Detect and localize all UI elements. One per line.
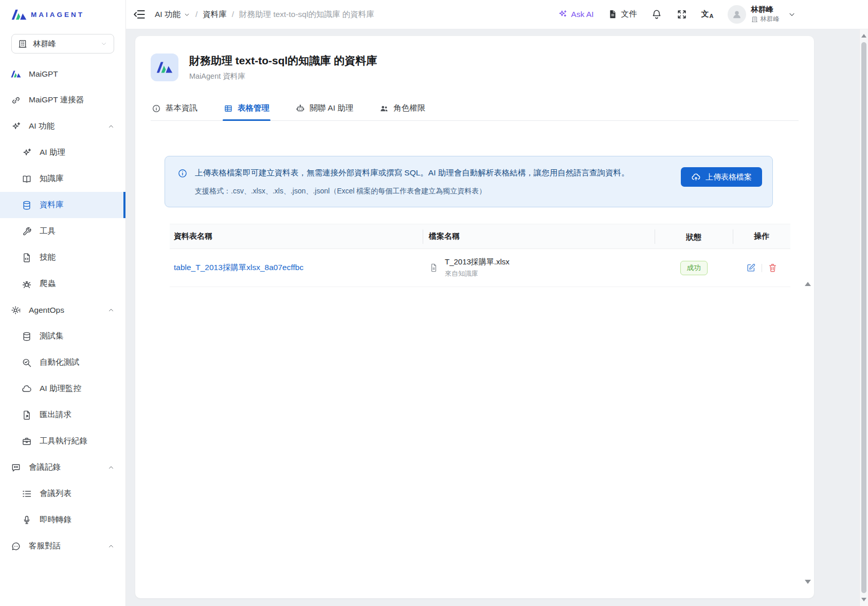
org-selector-label: 林群峰 <box>33 39 56 49</box>
table-name-link[interactable]: table_T_2013採購單xlsx_8a07ecffbc <box>174 263 303 272</box>
org-selector[interactable]: 林群峰 <box>11 34 114 54</box>
database-detail-card: 財務助理 text-to-sql的知識庫 的資料庫 MaiAgent 資料庫 基… <box>135 36 814 598</box>
sidebar-item-ai-assistant[interactable]: AI 助理 <box>0 139 125 166</box>
sparkles-icon <box>11 121 21 132</box>
sidebar-item-label: 測試集 <box>40 331 64 342</box>
sidebar-item-label: MaiGPT <box>29 69 58 79</box>
notifications-bell-icon[interactable] <box>651 9 662 20</box>
ask-ai-label: Ask AI <box>571 10 594 19</box>
table-scroll-down-arrow[interactable] <box>805 580 811 584</box>
info-icon <box>152 104 161 113</box>
sidebar-item-label: 資料庫 <box>40 200 64 210</box>
sidebar-item-test-sets[interactable]: 測試集 <box>0 323 125 349</box>
robot-icon <box>296 104 305 113</box>
user-menu[interactable]: 林群峰 林群峰 <box>728 5 797 24</box>
sidebar-item-crawler[interactable]: 爬蟲 <box>0 271 125 297</box>
page-header: 財務助理 text-to-sql的知識庫 的資料庫 MaiAgent 資料庫 <box>151 54 799 81</box>
page-title: 財務助理 text-to-sql的知識庫 的資料庫 <box>189 54 377 68</box>
sidebar-group-label: 客服對話 <box>29 541 61 551</box>
scrollbar-thumb[interactable] <box>861 42 866 593</box>
page-scrollbar[interactable] <box>859 29 868 606</box>
sidebar-item-live-transcription[interactable]: 即時轉錄 <box>0 507 125 533</box>
avatar <box>728 5 746 24</box>
breadcrumb-ai-features[interactable]: AI 功能 <box>155 9 190 20</box>
maiagent-logo-icon <box>11 9 27 21</box>
sidebar-item-skills[interactable]: 技能 <box>0 244 125 271</box>
breadcrumb-label: AI 功能 <box>155 9 180 20</box>
sidebar-item-label: 會議列表 <box>40 488 71 499</box>
wrench-icon <box>22 226 32 237</box>
sidebar-item-label: 工具 <box>40 226 56 237</box>
translate-glyph-zh: 文 <box>701 9 709 19</box>
tab-label: 角色權限 <box>393 103 425 114</box>
sidebar-item-export-requests[interactable]: 匯出請求 <box>0 402 125 428</box>
list-icon <box>22 489 32 499</box>
database-app-icon <box>151 54 178 81</box>
chat-icon <box>11 462 21 473</box>
sidebar-item-tools[interactable]: 工具 <box>0 218 125 244</box>
tab-label: 基本資訊 <box>166 103 197 114</box>
docs-button[interactable]: 文件 <box>608 9 637 20</box>
user-workspace-label: 林群峰 <box>761 15 780 24</box>
upload-button-label: 上傳表格檔案 <box>706 172 752 182</box>
sidebar-item-ai-assistant-monitoring[interactable]: AI 助理監控 <box>0 376 125 402</box>
scrollbar-up-arrow[interactable] <box>861 34 866 38</box>
sidebar-item-database[interactable]: 資料庫 <box>0 192 125 218</box>
sidebar-item-meeting-list[interactable]: 會議列表 <box>0 480 125 507</box>
sparkles-icon <box>22 148 32 158</box>
upload-table-file-button[interactable]: 上傳表格檔案 <box>681 167 762 187</box>
chevron-down-icon <box>788 10 796 19</box>
sidebar-group-label: AgentOps <box>29 306 64 315</box>
breadcrumb: AI 功能 / 資料庫 / 財務助理 text-to-sql的知識庫 的資料庫 <box>155 9 374 20</box>
fullscreen-expand-icon[interactable] <box>676 9 688 20</box>
sidebar-group-agentops[interactable]: AgentOps <box>0 297 125 323</box>
chevron-up-icon <box>107 123 115 130</box>
sidebar-item-tool-execution-logs[interactable]: 工具執行紀錄 <box>0 428 125 454</box>
sidebar-group-label: AI 功能 <box>29 121 55 132</box>
breadcrumb-label: 資料庫 <box>203 9 227 20</box>
sidebar-item-automated-testing[interactable]: 自動化測試 <box>0 349 125 376</box>
building-icon <box>751 16 758 23</box>
table-scroll-up-arrow[interactable] <box>805 282 811 286</box>
users-icon <box>379 104 389 113</box>
book-icon <box>22 174 32 184</box>
sidebar-group-ai-features[interactable]: AI 功能 <box>0 113 125 139</box>
table-header-row: 資料表名稱 檔案名稱 狀態 操作 <box>170 224 790 249</box>
tab-label: 關聯 AI 助理 <box>310 103 353 114</box>
ask-ai-button[interactable]: Ask AI <box>558 9 594 19</box>
link-icon <box>11 95 21 105</box>
sidebar-item-maigpt[interactable]: MaiGPT <box>0 61 125 87</box>
sidebar-group-customer-service[interactable]: 客服對話 <box>0 533 125 559</box>
sidebar-item-knowledge-base[interactable]: 知識庫 <box>0 166 125 192</box>
language-translate-icon[interactable]: 文 A <box>701 9 714 19</box>
breadcrumb-label: 財務助理 text-to-sql的知識庫 的資料庫 <box>239 9 374 20</box>
collapse-sidebar-icon[interactable] <box>133 8 146 21</box>
tab-basic-info[interactable]: 基本資訊 <box>151 103 198 120</box>
tab-role-permissions[interactable]: 角色權限 <box>378 103 426 120</box>
breadcrumb-database[interactable]: 資料庫 <box>203 9 227 20</box>
tables-list: 資料表名稱 檔案名稱 狀態 操作 table_T_2013採購單xlsx_8a0… <box>170 224 790 287</box>
chevron-up-icon <box>107 543 115 550</box>
edit-icon[interactable] <box>746 263 756 273</box>
breadcrumb-separator: / <box>195 10 197 19</box>
tab-linked-ai-assistants[interactable]: 關聯 AI 助理 <box>295 103 354 120</box>
upload-cloud-icon <box>691 172 701 182</box>
docs-label: 文件 <box>621 9 637 20</box>
tab-table-management[interactable]: 表格管理 <box>223 103 270 120</box>
sidebar-item-label: 匯出請求 <box>40 409 71 420</box>
sidebar-item-maigpt-connector[interactable]: MaiGPT 連接器 <box>0 87 125 113</box>
database-icon <box>22 200 32 210</box>
file-source: 來自知識庫 <box>445 269 510 278</box>
brand-logo[interactable]: MAIAGENT <box>0 0 125 29</box>
sidebar-group-meeting-records[interactable]: 會議記錄 <box>0 454 125 480</box>
scrollbar-down-arrow[interactable] <box>861 598 866 601</box>
breadcrumb-separator: / <box>232 10 234 19</box>
maiagent-logo-icon <box>156 61 173 74</box>
database-icon <box>22 331 32 342</box>
chevron-up-icon <box>107 307 115 314</box>
delete-trash-icon[interactable] <box>768 263 777 273</box>
chevron-down-icon <box>184 11 190 18</box>
table-row: table_T_2013採購單xlsx_8a07ecffbc T_2013採購單… <box>170 249 790 287</box>
user-name: 林群峰 <box>751 5 780 14</box>
cloud-icon <box>22 384 32 394</box>
